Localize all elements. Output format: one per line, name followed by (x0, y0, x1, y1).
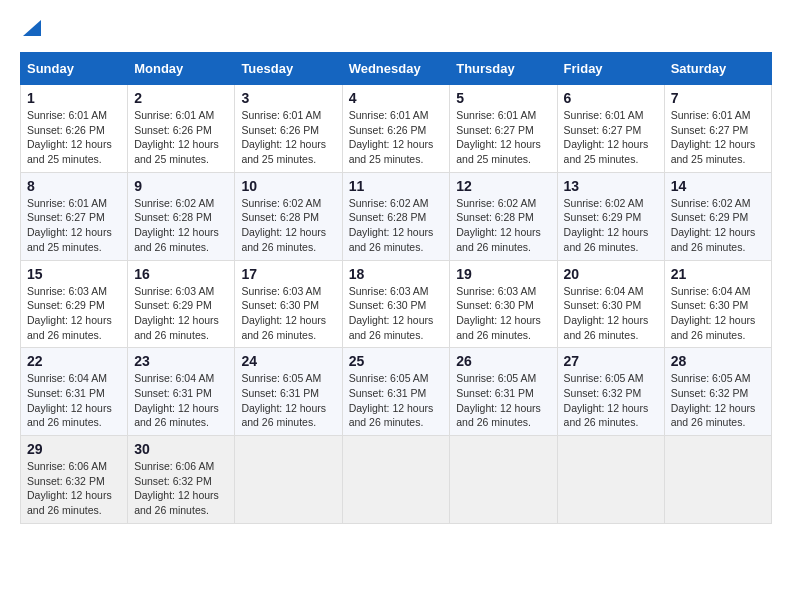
calendar-cell: 20 Sunrise: 6:04 AM Sunset: 6:30 PM Dayl… (557, 260, 664, 348)
calendar-header-row: SundayMondayTuesdayWednesdayThursdayFrid… (21, 53, 772, 85)
day-info: Sunrise: 6:02 AM Sunset: 6:28 PM Dayligh… (134, 196, 228, 255)
calendar-cell: 29 Sunrise: 6:06 AM Sunset: 6:32 PM Dayl… (21, 436, 128, 524)
day-info: Sunrise: 6:05 AM Sunset: 6:31 PM Dayligh… (241, 371, 335, 430)
day-number: 17 (241, 266, 335, 282)
calendar-cell: 21 Sunrise: 6:04 AM Sunset: 6:30 PM Dayl… (664, 260, 771, 348)
calendar-day-header: Saturday (664, 53, 771, 85)
sunrise-label: Sunrise: 6:04 AM (27, 372, 107, 384)
sunrise-label: Sunrise: 6:04 AM (564, 285, 644, 297)
sunrise-label: Sunrise: 6:03 AM (241, 285, 321, 297)
daylight-label: Daylight: 12 hours and 26 minutes. (456, 402, 541, 429)
day-info: Sunrise: 6:02 AM Sunset: 6:29 PM Dayligh… (564, 196, 658, 255)
sunrise-label: Sunrise: 6:02 AM (349, 197, 429, 209)
sunset-label: Sunset: 6:32 PM (27, 475, 105, 487)
sunset-label: Sunset: 6:31 PM (134, 387, 212, 399)
sunset-label: Sunset: 6:32 PM (564, 387, 642, 399)
sunset-label: Sunset: 6:29 PM (27, 299, 105, 311)
calendar-cell (557, 436, 664, 524)
day-number: 3 (241, 90, 335, 106)
sunrise-label: Sunrise: 6:05 AM (241, 372, 321, 384)
day-number: 5 (456, 90, 550, 106)
day-number: 24 (241, 353, 335, 369)
sunset-label: Sunset: 6:27 PM (456, 124, 534, 136)
calendar-cell: 8 Sunrise: 6:01 AM Sunset: 6:27 PM Dayli… (21, 172, 128, 260)
calendar-table: SundayMondayTuesdayWednesdayThursdayFrid… (20, 52, 772, 524)
sunrise-label: Sunrise: 6:05 AM (349, 372, 429, 384)
sunset-label: Sunset: 6:26 PM (27, 124, 105, 136)
day-info: Sunrise: 6:03 AM Sunset: 6:29 PM Dayligh… (134, 284, 228, 343)
day-number: 1 (27, 90, 121, 106)
calendar-day-header: Tuesday (235, 53, 342, 85)
daylight-label: Daylight: 12 hours and 26 minutes. (349, 226, 434, 253)
day-number: 25 (349, 353, 444, 369)
sunrise-label: Sunrise: 6:06 AM (134, 460, 214, 472)
day-info: Sunrise: 6:02 AM Sunset: 6:29 PM Dayligh… (671, 196, 765, 255)
sunset-label: Sunset: 6:27 PM (671, 124, 749, 136)
calendar-cell: 11 Sunrise: 6:02 AM Sunset: 6:28 PM Dayl… (342, 172, 450, 260)
sunset-label: Sunset: 6:27 PM (564, 124, 642, 136)
day-info: Sunrise: 6:01 AM Sunset: 6:27 PM Dayligh… (456, 108, 550, 167)
daylight-label: Daylight: 12 hours and 26 minutes. (27, 314, 112, 341)
day-number: 8 (27, 178, 121, 194)
calendar-cell: 2 Sunrise: 6:01 AM Sunset: 6:26 PM Dayli… (128, 85, 235, 173)
calendar-cell: 13 Sunrise: 6:02 AM Sunset: 6:29 PM Dayl… (557, 172, 664, 260)
day-info: Sunrise: 6:01 AM Sunset: 6:27 PM Dayligh… (27, 196, 121, 255)
day-info: Sunrise: 6:01 AM Sunset: 6:26 PM Dayligh… (27, 108, 121, 167)
daylight-label: Daylight: 12 hours and 25 minutes. (27, 226, 112, 253)
daylight-label: Daylight: 12 hours and 26 minutes. (134, 489, 219, 516)
daylight-label: Daylight: 12 hours and 26 minutes. (241, 314, 326, 341)
sunrise-label: Sunrise: 6:05 AM (456, 372, 536, 384)
daylight-label: Daylight: 12 hours and 26 minutes. (564, 314, 649, 341)
calendar-week-row: 8 Sunrise: 6:01 AM Sunset: 6:27 PM Dayli… (21, 172, 772, 260)
sunrise-label: Sunrise: 6:02 AM (456, 197, 536, 209)
sunrise-label: Sunrise: 6:03 AM (456, 285, 536, 297)
daylight-label: Daylight: 12 hours and 26 minutes. (671, 402, 756, 429)
daylight-label: Daylight: 12 hours and 26 minutes. (671, 226, 756, 253)
daylight-label: Daylight: 12 hours and 25 minutes. (134, 138, 219, 165)
day-number: 23 (134, 353, 228, 369)
sunset-label: Sunset: 6:29 PM (134, 299, 212, 311)
calendar-cell: 1 Sunrise: 6:01 AM Sunset: 6:26 PM Dayli… (21, 85, 128, 173)
day-info: Sunrise: 6:01 AM Sunset: 6:27 PM Dayligh… (564, 108, 658, 167)
day-number: 6 (564, 90, 658, 106)
calendar-cell: 6 Sunrise: 6:01 AM Sunset: 6:27 PM Dayli… (557, 85, 664, 173)
sunrise-label: Sunrise: 6:01 AM (671, 109, 751, 121)
day-info: Sunrise: 6:05 AM Sunset: 6:31 PM Dayligh… (456, 371, 550, 430)
sunrise-label: Sunrise: 6:02 AM (671, 197, 751, 209)
sunrise-label: Sunrise: 6:01 AM (564, 109, 644, 121)
calendar-day-header: Wednesday (342, 53, 450, 85)
sunset-label: Sunset: 6:28 PM (134, 211, 212, 223)
day-info: Sunrise: 6:05 AM Sunset: 6:31 PM Dayligh… (349, 371, 444, 430)
day-number: 2 (134, 90, 228, 106)
sunset-label: Sunset: 6:31 PM (27, 387, 105, 399)
sunset-label: Sunset: 6:32 PM (134, 475, 212, 487)
day-number: 22 (27, 353, 121, 369)
day-number: 10 (241, 178, 335, 194)
daylight-label: Daylight: 12 hours and 26 minutes. (456, 226, 541, 253)
calendar-body: 1 Sunrise: 6:01 AM Sunset: 6:26 PM Dayli… (21, 85, 772, 524)
sunrise-label: Sunrise: 6:02 AM (134, 197, 214, 209)
day-number: 30 (134, 441, 228, 457)
day-number: 16 (134, 266, 228, 282)
day-number: 7 (671, 90, 765, 106)
day-info: Sunrise: 6:03 AM Sunset: 6:30 PM Dayligh… (349, 284, 444, 343)
calendar-cell: 28 Sunrise: 6:05 AM Sunset: 6:32 PM Dayl… (664, 348, 771, 436)
sunset-label: Sunset: 6:30 PM (671, 299, 749, 311)
day-info: Sunrise: 6:02 AM Sunset: 6:28 PM Dayligh… (349, 196, 444, 255)
calendar-cell: 16 Sunrise: 6:03 AM Sunset: 6:29 PM Dayl… (128, 260, 235, 348)
calendar-cell: 7 Sunrise: 6:01 AM Sunset: 6:27 PM Dayli… (664, 85, 771, 173)
sunrise-label: Sunrise: 6:04 AM (134, 372, 214, 384)
day-info: Sunrise: 6:01 AM Sunset: 6:26 PM Dayligh… (241, 108, 335, 167)
svg-marker-0 (23, 20, 41, 36)
sunset-label: Sunset: 6:27 PM (27, 211, 105, 223)
sunrise-label: Sunrise: 6:06 AM (27, 460, 107, 472)
calendar-cell: 23 Sunrise: 6:04 AM Sunset: 6:31 PM Dayl… (128, 348, 235, 436)
day-info: Sunrise: 6:01 AM Sunset: 6:26 PM Dayligh… (349, 108, 444, 167)
calendar-cell (664, 436, 771, 524)
day-number: 9 (134, 178, 228, 194)
calendar-cell: 24 Sunrise: 6:05 AM Sunset: 6:31 PM Dayl… (235, 348, 342, 436)
day-number: 15 (27, 266, 121, 282)
daylight-label: Daylight: 12 hours and 26 minutes. (134, 402, 219, 429)
sunrise-label: Sunrise: 6:01 AM (349, 109, 429, 121)
calendar-cell: 22 Sunrise: 6:04 AM Sunset: 6:31 PM Dayl… (21, 348, 128, 436)
